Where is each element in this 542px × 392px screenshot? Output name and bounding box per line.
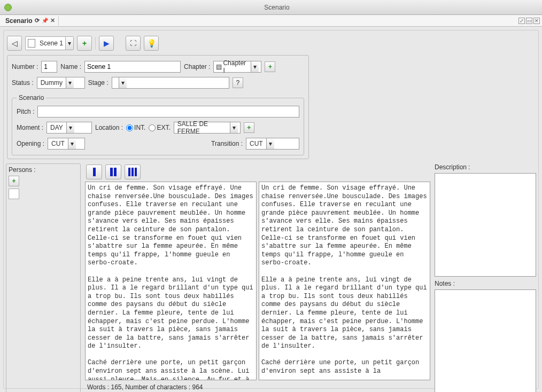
- name-input[interactable]: [84, 61, 181, 73]
- notes-label: Notes :: [435, 280, 536, 287]
- stage-select[interactable]: ▾: [112, 77, 229, 89]
- main-toolbar: ◁ Scene 1 ▾ + ▶ ⛶ 💡: [6, 33, 536, 54]
- editor-right[interactable]: Un cri de femme. Son visage effrayé. Une…: [259, 182, 430, 380]
- scene-selector[interactable]: Scene 1 ▾: [25, 36, 74, 50]
- transition-value: CUT: [249, 140, 266, 147]
- int-radio-label: INT.: [134, 124, 145, 131]
- tabbar-window-controls: ⤢ ▭ ✕: [518, 18, 540, 24]
- notes-textarea[interactable]: [435, 289, 536, 392]
- add-scene-button[interactable]: +: [77, 36, 92, 51]
- scene-form: Number : Name : Chapter : ▤ Chapter I ▾ …: [7, 55, 309, 159]
- ext-radio-input[interactable]: [149, 124, 156, 131]
- add-chapter-button[interactable]: +: [265, 61, 275, 72]
- three-column-button[interactable]: [125, 164, 141, 179]
- separator: [95, 37, 96, 50]
- persons-label: Persons :: [9, 166, 78, 174]
- opening-label: Opening :: [17, 140, 44, 147]
- chevron-down-icon[interactable]: ▾: [266, 138, 274, 149]
- window-close-icon[interactable]: [4, 4, 12, 11]
- location-value: SALLE DE FERME: [176, 120, 230, 135]
- play-button[interactable]: ▶: [99, 36, 114, 51]
- add-location-button[interactable]: +: [244, 122, 254, 133]
- moment-select[interactable]: DAY ▾: [47, 122, 92, 134]
- scenario-legend: Scenario: [17, 94, 46, 101]
- person-placeholder-button[interactable]: [9, 189, 19, 199]
- scenario-fieldset: Scenario Pitch : Moment : DAY ▾ Location…: [12, 94, 304, 155]
- tab-label: Scenario: [5, 17, 33, 25]
- chevron-down-icon[interactable]: ▾: [66, 122, 74, 133]
- int-radio[interactable]: INT.: [126, 124, 145, 131]
- chapter-value: Chapter I: [222, 59, 251, 74]
- fullscreen-button[interactable]: ⛶: [126, 36, 141, 51]
- right-sidebar: Description : Notes :: [435, 163, 536, 392]
- location-select[interactable]: SALLE DE FERME ▾: [174, 122, 241, 134]
- stage-label: Stage :: [88, 79, 109, 87]
- pin-icon[interactable]: 📌: [42, 18, 48, 23]
- moment-label: Moment :: [17, 124, 43, 131]
- chevron-down-icon[interactable]: ▾: [65, 37, 73, 50]
- notes-panel: Notes :: [435, 280, 536, 392]
- window-title: Scenario: [16, 4, 538, 11]
- status-select[interactable]: Dummy ▾: [37, 77, 85, 89]
- close-icon[interactable]: ✕: [533, 18, 540, 24]
- description-textarea[interactable]: [435, 173, 536, 277]
- int-radio-input[interactable]: [126, 124, 133, 131]
- chevron-down-icon[interactable]: ▾: [251, 61, 259, 72]
- chapter-select[interactable]: ▤ Chapter I ▾: [213, 61, 261, 73]
- add-person-button[interactable]: +: [9, 176, 19, 186]
- number-input[interactable]: [41, 61, 57, 73]
- chapter-label: Chapter :: [184, 63, 210, 70]
- persons-panel: Persons : +: [6, 163, 81, 392]
- description-label: Description :: [435, 163, 536, 171]
- idea-button[interactable]: 💡: [144, 36, 159, 51]
- document-icon: [28, 39, 35, 48]
- back-button[interactable]: ◁: [7, 36, 22, 51]
- tab-scenario[interactable]: Scenario ⟳ 📌 ✕: [2, 16, 59, 26]
- status-value: Dummy: [40, 79, 66, 87]
- two-column-button[interactable]: [105, 164, 121, 179]
- document-tabbar: Scenario ⟳ 📌 ✕ ⤢ ▭ ✕: [0, 15, 542, 27]
- ext-radio-label: EXT.: [157, 124, 170, 131]
- ext-radio[interactable]: EXT.: [149, 124, 170, 131]
- pitch-input[interactable]: [37, 106, 299, 117]
- close-tab-icon[interactable]: ✕: [50, 17, 55, 24]
- book-icon: ▤: [216, 63, 222, 70]
- editor-left[interactable]: Un cri de femme. Son visage effrayé. Une…: [85, 182, 257, 380]
- status-line: Words : 165, Number of characters : 964: [84, 381, 431, 392]
- scene-selector-label: Scene 1: [37, 40, 65, 47]
- chevron-down-icon[interactable]: ▾: [230, 122, 238, 133]
- main-panel: ◁ Scene 1 ▾ + ▶ ⛶ 💡 Number : Name : Chap…: [3, 30, 539, 389]
- window-titlebar: Scenario: [0, 0, 542, 15]
- chevron-down-icon[interactable]: ▾: [66, 77, 74, 88]
- location-label: Location :: [95, 124, 123, 131]
- chevron-down-icon[interactable]: ▾: [119, 77, 127, 88]
- chevron-down-icon[interactable]: ▾: [68, 138, 76, 149]
- opening-select[interactable]: CUT ▾: [48, 138, 85, 150]
- one-column-button[interactable]: [86, 164, 102, 179]
- number-label: Number :: [12, 63, 38, 70]
- stage-help-button[interactable]: ?: [233, 77, 243, 88]
- status-label: Status :: [12, 79, 34, 87]
- opening-value: CUT: [50, 140, 68, 147]
- transition-select[interactable]: CUT ▾: [246, 138, 299, 150]
- moment-value: DAY: [49, 124, 66, 131]
- name-label: Name :: [60, 63, 81, 70]
- transition-label: Transition :: [211, 140, 243, 147]
- column-toolbar: [84, 163, 431, 181]
- minimize-icon[interactable]: ▭: [526, 18, 532, 24]
- refresh-icon[interactable]: ⟳: [35, 17, 40, 24]
- pitch-label: Pitch :: [17, 108, 34, 115]
- restore-icon[interactable]: ⤢: [518, 18, 525, 24]
- editor-panel: Un cri de femme. Son visage effrayé. Une…: [84, 163, 431, 392]
- description-panel: Description :: [435, 163, 536, 277]
